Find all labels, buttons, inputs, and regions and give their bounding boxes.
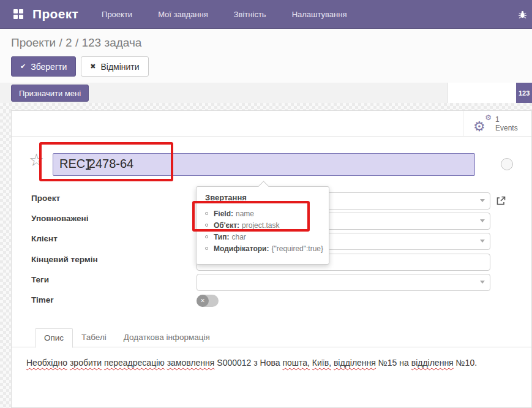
gears-icon: ⚙⚙: [473, 115, 492, 132]
field-debug-tooltip: Звертання Field:name Об'єкт:project.task…: [196, 186, 329, 265]
events-label: Events: [495, 124, 518, 132]
deadline-field-label: Кінцевий термін: [31, 255, 98, 264]
save-button-label: Зберегти: [31, 62, 67, 72]
discard-button[interactable]: ✖ Відмінити: [81, 56, 148, 77]
menu-item-reporting[interactable]: Звітність: [234, 10, 266, 19]
tab-timesheets[interactable]: Табелі: [73, 328, 115, 347]
control-panel: Проекти / 2 / 123 задача ✔ Зберегти ✖ Ві…: [0, 29, 532, 83]
app-brand[interactable]: Проект: [32, 7, 78, 21]
task-title-value: REC 2478-64: [59, 157, 133, 170]
menu-item-projects[interactable]: Проекти: [102, 10, 132, 19]
transparency-band: [0, 103, 532, 110]
tab-extra-info[interactable]: Додаткова інформація: [115, 328, 219, 347]
active-stage-badge[interactable]: 123: [516, 83, 532, 103]
stage-strip: [448, 83, 516, 103]
breadcrumb[interactable]: Проекти / 2 / 123 задача: [11, 36, 141, 50]
assignees-field-label: Уповноважені: [31, 214, 88, 223]
sheet-header: ⚙⚙ 1 Events: [12, 111, 531, 137]
events-stat-button[interactable]: ⚙⚙ 1 Events: [463, 111, 531, 137]
statusbar: Призначити мені 123: [0, 83, 532, 103]
menu-item-settings[interactable]: Налаштування: [292, 10, 347, 19]
external-link-icon[interactable]: [495, 195, 506, 206]
chevron-down-icon: [480, 281, 485, 284]
task-title-input[interactable]: REC 2478-64: [53, 153, 475, 176]
tab-description[interactable]: Опис: [35, 328, 73, 348]
description-text[interactable]: Необхідно зробити переадресацію замовлен…: [26, 357, 522, 369]
tags-field-label: Теги: [31, 275, 49, 284]
events-count: 1: [495, 115, 518, 124]
bullet-icon: [205, 235, 208, 238]
debug-bug-icon[interactable]: [518, 10, 527, 19]
notebook-tabs: Опис Табелі Додаткова інформація: [12, 328, 531, 347]
check-icon: ✔: [20, 62, 26, 70]
chevron-down-icon: [480, 219, 485, 222]
chevron-down-icon: [480, 199, 485, 202]
bullet-icon: [205, 247, 208, 250]
bullet-icon: [205, 212, 208, 215]
timer-field-label: Timer: [31, 295, 54, 304]
close-icon: ✖: [90, 62, 96, 70]
tooltip-item-modifiers: Модифікатори:{"required":true}: [205, 244, 320, 253]
save-button[interactable]: ✔ Зберегти: [11, 56, 76, 77]
tooltip-item-object: Об'єкт:project.task: [205, 221, 320, 230]
assign-to-me-button[interactable]: Призначити мені: [11, 85, 89, 102]
timer-stop-icon: ✕: [197, 295, 209, 307]
timer-toggle[interactable]: ✕: [197, 295, 219, 307]
bullet-icon: [205, 224, 208, 227]
chevron-down-icon: [480, 240, 485, 243]
tags-field[interactable]: [197, 274, 490, 291]
menu-item-my-tasks[interactable]: Мої завдання: [158, 10, 208, 19]
apps-grid-icon[interactable]: [13, 9, 23, 19]
customer-field-label: Клієнт: [31, 234, 58, 243]
top-navbar: Проект Проекти Мої завдання Звітність На…: [0, 0, 532, 29]
transparency-left-strip: [0, 110, 11, 408]
action-buttons: ✔ Зберегти ✖ Відмінити: [11, 56, 149, 77]
project-field-label: Проект: [31, 194, 60, 203]
discard-button-label: Відмінити: [100, 62, 139, 72]
favorite-star-icon[interactable]: ☆: [29, 150, 44, 170]
kanban-state-icon[interactable]: [501, 158, 513, 170]
navbar-menu: Проекти Мої завдання Звітність Налаштува…: [102, 10, 347, 19]
text-cursor-icon: [88, 159, 89, 170]
tooltip-title: Звертання: [205, 193, 320, 202]
tooltip-item-type: Тип:char: [205, 233, 320, 241]
tooltip-item-field: Field:name: [205, 210, 320, 218]
